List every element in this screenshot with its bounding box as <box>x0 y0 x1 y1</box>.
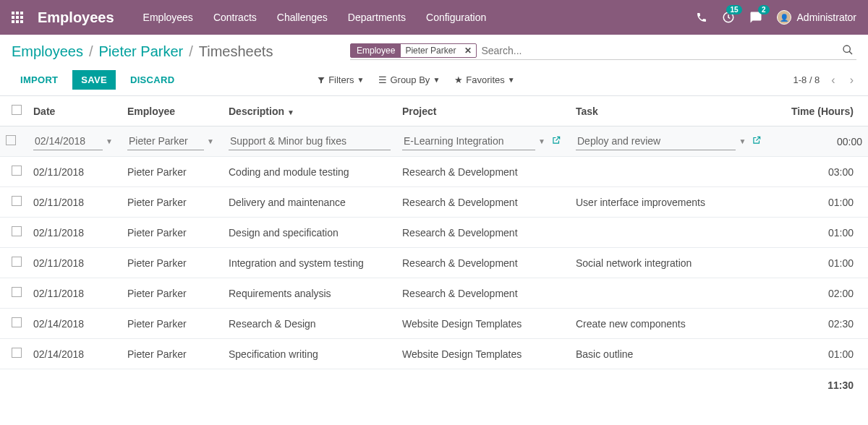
task-caret-icon[interactable]: ▼ <box>736 137 749 145</box>
col-project[interactable]: Project <box>396 96 570 126</box>
cell-task: User interface improvements <box>570 187 770 218</box>
timesheet-table-wrap: Date Employee Description ▼ Project Task… <box>0 95 868 401</box>
save-button[interactable]: SAVE <box>72 70 116 90</box>
select-all-checkbox[interactable] <box>12 105 22 115</box>
cell-employee: Pieter Parker <box>122 218 223 248</box>
cell-project: Website Design Templates <box>396 309 570 339</box>
facet-remove-icon[interactable]: ✕ <box>460 46 476 56</box>
table-row[interactable]: 02/11/2018Pieter ParkerDesign and specif… <box>0 218 868 248</box>
cell-task <box>570 218 770 248</box>
cell-date: 02/11/2018 <box>27 187 122 218</box>
search-facet: Employee Pieter Parker ✕ <box>350 43 477 58</box>
pager: 1-8 / 8 ‹ › <box>793 74 856 87</box>
cell-description: Research & Design <box>223 309 396 339</box>
row-checkbox[interactable] <box>12 196 22 206</box>
date-input[interactable] <box>33 132 103 150</box>
employee-caret-icon[interactable]: ▼ <box>204 137 217 145</box>
pager-next-icon[interactable]: › <box>847 74 856 87</box>
avatar-icon: 👤 <box>777 10 791 25</box>
cell-employee: Pieter Parker <box>122 187 223 218</box>
favorites-dropdown[interactable]: ★ Favorites ▼ <box>454 74 514 85</box>
top-menu: Employees Contracts Challenges Departmen… <box>143 12 487 23</box>
user-name: Administrator <box>797 12 856 23</box>
menu-contracts[interactable]: Contracts <box>213 12 257 23</box>
action-buttons: IMPORT SAVE DISCARD <box>12 70 183 90</box>
row-checkbox[interactable] <box>12 166 22 176</box>
search-input[interactable] <box>481 45 839 56</box>
messages-icon[interactable]: 2 <box>749 11 762 24</box>
table-row[interactable]: 02/11/2018Pieter ParkerDelivery and main… <box>0 187 868 218</box>
row-checkbox[interactable] <box>12 257 22 267</box>
task-input[interactable] <box>576 132 736 150</box>
cell-task: Create new components <box>570 309 770 339</box>
user-menu[interactable]: 👤 Administrator <box>777 10 856 25</box>
table-row[interactable]: 02/14/2018Pieter ParkerSpecification wri… <box>0 339 868 369</box>
project-input[interactable] <box>402 132 535 150</box>
table-row[interactable]: 02/11/2018Pieter ParkerCoding and module… <box>0 157 868 187</box>
row-checkbox[interactable] <box>12 226 22 236</box>
cell-task <box>570 278 770 309</box>
control-panel: Employees / Pieter Parker / Timesheets E… <box>0 35 868 90</box>
col-date[interactable]: Date <box>27 96 122 126</box>
col-time[interactable]: Time (Hours) <box>770 96 868 126</box>
cell-time: 01:00 <box>770 218 868 248</box>
project-external-link-icon[interactable] <box>548 135 564 147</box>
cell-date: 02/11/2018 <box>27 157 122 187</box>
search-icon[interactable] <box>839 44 856 58</box>
cell-employee: Pieter Parker <box>122 248 223 278</box>
time-cell[interactable]: 00:00 <box>770 126 868 157</box>
search-bar: Employee Pieter Parker ✕ <box>350 43 856 60</box>
cell-description: Requirements analysis <box>223 278 396 309</box>
task-external-link-icon[interactable] <box>749 135 765 147</box>
groupby-dropdown[interactable]: ☰ Group By ▼ <box>378 74 440 85</box>
sort-caret-icon: ▼ <box>287 108 294 116</box>
row-checkbox[interactable] <box>6 135 16 145</box>
menu-employees[interactable]: Employees <box>143 12 193 23</box>
cell-project: Research & Development <box>396 248 570 278</box>
activities-icon[interactable]: 15 <box>722 11 735 24</box>
activities-badge: 15 <box>726 5 741 14</box>
star-icon: ★ <box>454 74 463 85</box>
filter-bar: Filters ▼ ☰ Group By ▼ ★ Favorites ▼ <box>317 74 515 85</box>
cell-project: Research & Development <box>396 218 570 248</box>
cell-project: Research & Development <box>396 278 570 309</box>
table-row-editable[interactable]: ▼ ▼ ▼ <box>0 126 868 157</box>
cell-time: 01:00 <box>770 339 868 369</box>
table-row[interactable]: 02/14/2018Pieter ParkerResearch & Design… <box>0 309 868 339</box>
employee-input[interactable] <box>127 132 204 150</box>
bc-employee-name[interactable]: Pieter Parker <box>99 43 184 60</box>
col-task[interactable]: Task <box>570 96 770 126</box>
table-row[interactable]: 02/11/2018Pieter ParkerIntegration and s… <box>0 248 868 278</box>
menu-departments[interactable]: Departments <box>348 12 406 23</box>
cell-employee: Pieter Parker <box>122 339 223 369</box>
cell-description: Coding and module testing <box>223 157 396 187</box>
cell-date: 02/14/2018 <box>27 309 122 339</box>
date-caret-icon[interactable]: ▼ <box>103 137 116 145</box>
project-caret-icon[interactable]: ▼ <box>535 137 548 145</box>
menu-configuration[interactable]: Configuration <box>426 12 486 23</box>
menu-challenges[interactable]: Challenges <box>277 12 328 23</box>
discard-button[interactable]: DISCARD <box>122 70 183 90</box>
description-input[interactable] <box>229 132 391 150</box>
facet-value: Pieter Parker <box>401 44 460 57</box>
apps-icon[interactable] <box>12 12 23 23</box>
timesheet-table: Date Employee Description ▼ Project Task… <box>0 96 868 401</box>
col-employee[interactable]: Employee <box>122 96 223 126</box>
row-checkbox[interactable] <box>12 317 22 327</box>
table-row[interactable]: 02/11/2018Pieter ParkerRequirements anal… <box>0 278 868 309</box>
row-checkbox[interactable] <box>12 287 22 297</box>
cell-employee: Pieter Parker <box>122 157 223 187</box>
app-title: Employees <box>38 9 114 26</box>
phone-icon[interactable] <box>696 12 707 23</box>
cell-description: Design and specification <box>223 218 396 248</box>
col-description[interactable]: Description ▼ <box>223 96 396 126</box>
cell-time: 02:00 <box>770 278 868 309</box>
pager-prev-icon[interactable]: ‹ <box>828 74 838 87</box>
import-button[interactable]: IMPORT <box>12 70 67 90</box>
row-checkbox[interactable] <box>12 348 22 358</box>
messages-badge: 2 <box>758 5 770 14</box>
total-time: 11:30 <box>770 369 868 402</box>
cell-date: 02/11/2018 <box>27 218 122 248</box>
filters-dropdown[interactable]: Filters ▼ <box>317 74 364 85</box>
bc-employees[interactable]: Employees <box>12 43 83 60</box>
